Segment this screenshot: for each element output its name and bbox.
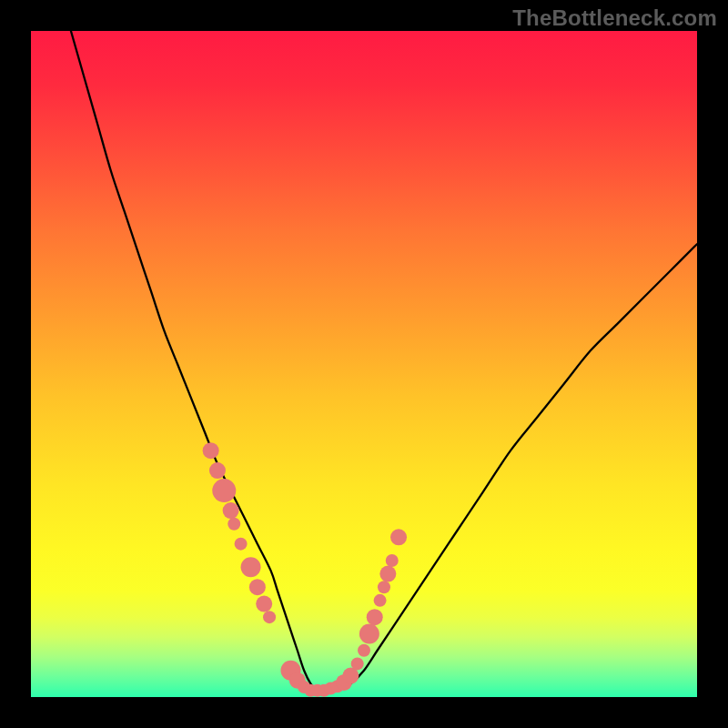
marker-point [223, 502, 239, 519]
watermark: TheBottleneck.com [512, 5, 717, 31]
marker-point [203, 442, 219, 459]
marker-point [358, 644, 370, 657]
marker-point [209, 462, 226, 479]
marker-point [235, 538, 248, 551]
marker-point [390, 529, 407, 545]
marker-point [256, 596, 272, 612]
curve-layer [31, 31, 697, 697]
marker-point [379, 566, 396, 582]
marker-group [203, 442, 407, 697]
marker-point [228, 518, 240, 531]
marker-point [351, 657, 364, 670]
marker-point [263, 611, 276, 623]
plot-area [31, 31, 697, 697]
marker-point [378, 581, 390, 593]
chart-frame: TheBottleneck.com [0, 0, 728, 728]
marker-point [374, 594, 387, 607]
marker-point [249, 579, 266, 595]
marker-point [212, 479, 236, 502]
marker-point [386, 554, 399, 567]
marker-point [241, 557, 261, 577]
marker-point [359, 623, 379, 643]
marker-point [367, 609, 383, 625]
